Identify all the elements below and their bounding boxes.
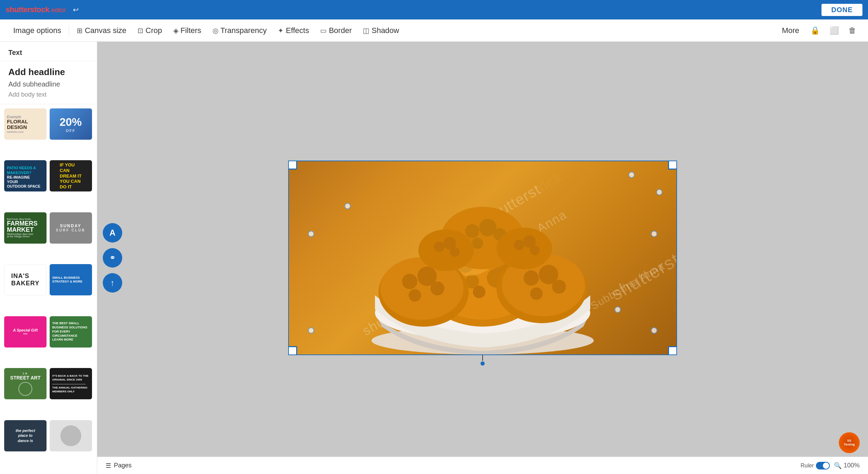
crop-label: Crop <box>145 26 162 35</box>
t5-main: FARMERSMARKET <box>7 220 37 233</box>
left-panel: Text Add headline Add subheadline Add bo… <box>0 42 97 474</box>
t1-main: FLORALDESIGN <box>7 119 28 130</box>
resize-dot-6[interactable] <box>344 203 351 209</box>
done-button[interactable]: DONE <box>821 4 862 16</box>
main-area: Text Add headline Add subheadline Add bo… <box>0 42 868 474</box>
t11-circle <box>18 382 32 396</box>
template-surf[interactable]: SUNDAY SURF CLUB <box>50 212 92 244</box>
t3-accent: Patio Needs AMakeover? <box>7 166 36 174</box>
delete-icon-button[interactable]: 🗑 <box>845 24 860 37</box>
undo-button[interactable]: ↩ <box>73 6 79 14</box>
filters-icon: ◈ <box>173 26 178 35</box>
canvas-size-icon: ⊞ <box>77 26 83 35</box>
transparency-button[interactable]: ◎ Transparency <box>208 23 272 38</box>
t9-sub: ♦♦♦ <box>23 332 27 335</box>
template-streetart[interactable]: LA STREET ART <box>4 368 47 399</box>
resize-dot-4[interactable] <box>651 327 657 334</box>
toolbar-right: More 🔒 ⬜ 🗑 <box>777 23 860 38</box>
template-smallbiz[interactable]: SMALL BUSINESSSTRATEGY & MORE <box>50 264 92 295</box>
template-bakery[interactable]: INA'SBAKERY <box>4 264 47 295</box>
t4-main: IF YOUCANDREAM ITYOU CANDO IT <box>60 162 82 189</box>
resize-dot-5[interactable] <box>628 172 635 178</box>
svg-point-35 <box>530 245 540 255</box>
lock-icon-button[interactable]: 🔒 <box>807 24 823 37</box>
svg-point-24 <box>465 224 479 238</box>
template-patio[interactable]: Patio Needs AMakeover? Re-imagineyourout… <box>4 160 47 191</box>
add-headline-button[interactable]: Add headline <box>8 67 89 77</box>
t7-main: INA'SBAKERY <box>11 272 39 287</box>
zoom-controls: 🔍 100% <box>834 462 860 469</box>
resize-dot-2[interactable] <box>651 231 657 237</box>
ruler-controls: Ruler 🔍 100% <box>801 462 860 469</box>
bottom-tick <box>482 355 483 361</box>
template-farmers[interactable]: Eat Fresh. Buy fresh. FARMERSMARKET Wedn… <box>4 212 47 244</box>
svg-point-28 <box>418 229 474 271</box>
handle-bottom-right[interactable] <box>668 346 677 355</box>
resize-dot-1[interactable] <box>308 231 314 237</box>
svg-point-13 <box>402 274 417 289</box>
people-tool-button[interactable]: ⚭ <box>103 248 122 268</box>
shadow-label: Shadow <box>372 26 399 35</box>
canvas-wrapper: shutterstock shutterstock shutterstock S… <box>288 161 677 355</box>
shadow-icon: ◫ <box>363 26 369 35</box>
handle-bottom-left[interactable] <box>288 346 297 355</box>
t2-off: OFF <box>66 129 76 133</box>
t11-top: LA <box>23 372 28 375</box>
template-discount[interactable]: 20% OFF <box>50 108 92 140</box>
handle-top-right[interactable] <box>668 161 677 170</box>
svg-point-9 <box>473 286 485 298</box>
pages-button[interactable]: ☰ Pages <box>106 462 132 469</box>
bottom-bar: ☰ Pages Ruler 🔍 100% <box>97 457 868 474</box>
panel-header: Text <box>0 42 97 61</box>
canvas-size-button[interactable]: ⊞ Canvas size <box>72 23 131 38</box>
template-circle[interactable] <box>50 420 92 451</box>
template-gift[interactable]: A Special Gift ♦♦♦ <box>4 316 47 348</box>
upload-tool-button[interactable]: ↑ <box>103 273 122 293</box>
t12-main: IT'S BACK & BACK TO THEORIGINAL SINCE 19… <box>52 374 89 393</box>
t5-sub: Wednesdays 4pm-7pmat the Village Green <box>7 233 33 238</box>
t10-main: THE BEST SMALLBUSINESS SOLUTIONSFOR EVER… <box>52 321 87 342</box>
template-perfect[interactable]: the perfectplace todance is <box>4 420 47 451</box>
add-subheadline-button[interactable]: Add subheadline <box>8 80 89 88</box>
crop-icon: ⊡ <box>137 26 143 35</box>
image-options-button[interactable]: Image options <box>8 23 66 38</box>
effects-button[interactable]: ✦ Effects <box>273 23 314 38</box>
ruler-label: Ruler <box>801 463 814 469</box>
bottom-indicator <box>481 355 485 366</box>
border-icon: ▭ <box>320 26 327 35</box>
svg-point-31 <box>450 247 460 257</box>
download-icon-button[interactable]: ⬜ <box>826 24 842 37</box>
resize-dot-3[interactable] <box>308 327 314 334</box>
svg-point-21 <box>552 280 566 294</box>
template-dark[interactable]: IT'S BACK & BACK TO THEORIGINAL SINCE 19… <box>50 368 92 399</box>
ruler-toggle-switch[interactable] <box>816 462 830 469</box>
filters-button[interactable]: ◈ Filters <box>168 23 206 38</box>
template-dream[interactable]: IF YOUCANDREAM ITYOU CANDO IT <box>50 160 92 191</box>
svg-point-22 <box>530 287 543 300</box>
zoom-level: 100% <box>844 462 860 469</box>
border-button[interactable]: ▭ Border <box>315 23 357 38</box>
shadow-button[interactable]: ◫ Shadow <box>358 23 404 38</box>
resize-dot-8[interactable] <box>656 189 662 195</box>
t2-pct: 20% <box>59 116 82 129</box>
t6-main: SUNDAY <box>60 223 82 228</box>
template-floral[interactable]: Example FLORALDESIGN website.com <box>4 108 47 140</box>
handle-top-left[interactable] <box>288 161 297 170</box>
side-icons: A ⚭ ↑ <box>103 222 122 294</box>
border-label: Border <box>329 26 352 35</box>
crop-button[interactable]: ⊡ Crop <box>133 23 167 38</box>
resize-dot-7[interactable] <box>615 307 621 313</box>
svg-point-16 <box>409 289 421 302</box>
text-options: Add headline Add subheadline Add body te… <box>0 61 97 104</box>
brand: shutterstock editor ↩ <box>6 5 79 14</box>
transparency-label: Transparency <box>220 26 267 35</box>
t1-sub: website.com <box>7 130 24 133</box>
more-button[interactable]: More <box>777 23 804 38</box>
toolbar: Image options ⊞ Canvas size ⊡ Crop ◈ Fil… <box>0 19 868 42</box>
text-tool-button[interactable]: A <box>103 223 122 243</box>
canvas-image[interactable]: shutterstock shutterstock shutterstock S… <box>288 161 677 355</box>
add-body-text-button[interactable]: Add body text <box>8 91 89 98</box>
filters-label: Filters <box>181 26 201 35</box>
svg-point-15 <box>431 281 444 295</box>
template-bestbiz[interactable]: THE BEST SMALLBUSINESS SOLUTIONSFOR EVER… <box>50 316 92 348</box>
